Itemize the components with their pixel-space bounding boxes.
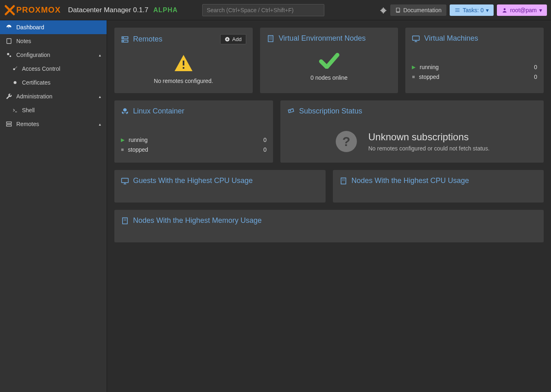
lxc-stopped-row: ■ stopped 0 [121,145,267,155]
vm-stopped-count: 0 [534,74,537,80]
sidebar-item-certificates[interactable]: Certificates [0,76,107,89]
svg-rect-14 [183,67,184,69]
sidebar-item-dashboard[interactable]: Dashboard [0,20,107,34]
tasks-button[interactable]: Tasks: 0 ▾ [450,4,494,16]
sidebar: Dashboard Notes Configuration ▴ Access C… [0,20,107,392]
svg-rect-19 [341,178,346,184]
svg-rect-16 [413,36,420,40]
svg-rect-6 [7,122,11,124]
chevron-up-icon: ▴ [99,94,101,99]
building-icon [121,217,129,225]
logo[interactable]: PROXMOX [4,4,61,16]
svg-point-4 [13,68,15,70]
card-nodes-cpu: Nodes With the Highest CPU Usage [333,170,544,203]
user-icon [502,7,507,13]
alpha-tag: ALPHA [153,7,178,14]
sidebar-item-label: Certificates [22,79,50,86]
stop-icon: ■ [412,74,415,80]
sidebar-item-shell[interactable]: Shell [0,103,107,117]
card-linux-container: Linux Container ▶ running 0 ■ s [114,100,273,163]
sidebar-item-configuration[interactable]: Configuration ▴ [0,48,107,62]
card-guests-cpu: Guests With the Highest CPU Usage [114,170,326,203]
search-input[interactable] [202,4,324,16]
svg-rect-13 [183,61,184,65]
card-title-text: Linux Container [133,107,184,115]
vm-running-count: 0 [534,64,537,70]
terminal-icon [12,107,18,113]
sidebar-item-label: Dashboard [16,24,44,30]
card-subscription-status: Subscription Status ? Unknown subscripti… [280,100,544,163]
svg-rect-20 [122,218,127,224]
svg-point-10 [123,37,124,38]
card-title-text: Remotes [133,35,162,44]
add-remote-button[interactable]: Add [220,34,246,44]
lxc-running-row: ▶ running 0 [121,135,267,145]
play-icon: ▶ [121,137,125,143]
key-icon [12,66,18,72]
documentation-label: Documentation [403,7,442,13]
monitor-icon [412,35,420,43]
chevron-down-icon: ▾ [486,7,489,13]
user-label: root@pam [510,7,537,13]
wrench-icon [6,93,12,100]
documentation-button[interactable]: Documentation [390,4,446,16]
svg-point-3 [9,55,11,57]
chevron-down-icon: ▾ [539,7,542,13]
gears-icon [6,52,12,58]
svg-point-0 [504,8,506,10]
logo-icon [4,4,15,16]
search-box [202,4,324,16]
svg-rect-7 [7,124,11,126]
monitor-icon [121,177,129,185]
building-icon [267,35,275,43]
sidebar-item-administration[interactable]: Administration ▴ [0,89,107,103]
card-title-text: Nodes With the Highest Memory Usage [133,216,262,225]
warning-icon [173,54,194,72]
svg-point-17 [290,110,291,111]
chevron-up-icon: ▴ [99,53,101,57]
subscription-detail: No remotes configured or could not fetch… [368,145,490,152]
server-icon [121,35,129,44]
remotes-empty-text: No remotes configured. [154,78,213,84]
note-icon [6,38,12,44]
card-title-text: Guests With the Highest CPU Usage [133,176,253,185]
puzzle-icon[interactable] [380,7,387,14]
subscription-heading: Unknown subscriptions [368,131,490,143]
sidebar-item-label: Remotes [16,121,39,127]
sidebar-item-label: Administration [16,93,52,100]
lxc-stopped-label: stopped [128,146,148,153]
play-icon: ▶ [412,64,415,70]
sidebar-item-access-control[interactable]: Access Control [0,62,107,76]
certificate-icon [12,80,18,85]
ticket-icon [287,107,295,115]
card-remotes: Remotes Add No remotes configured. [114,28,253,93]
svg-rect-18 [122,178,129,183]
card-title-text: Virtual Machines [424,34,478,43]
check-icon [319,52,339,69]
card-ve-nodes: Virtual Environment Nodes 0 nodes online [260,28,398,93]
sidebar-item-label: Shell [22,107,35,113]
svg-rect-15 [268,35,273,41]
plus-circle-icon [225,37,230,42]
nodes-online-text: 0 nodes online [310,74,348,81]
lxc-stopped-count: 0 [263,146,267,153]
vm-running-row: ▶ running 0 [412,62,537,72]
sidebar-item-label: Access Control [22,65,60,72]
svg-point-11 [123,41,124,41]
svg-point-2 [7,53,9,55]
top-bar: PROXMOX Datacenter Manager 0.1.7 ALPHA D… [0,0,551,20]
add-button-label: Add [232,36,242,42]
card-nodes-memory: Nodes With the Highest Memory Usage [114,210,544,242]
card-title-text: Virtual Environment Nodes [279,34,366,43]
user-button[interactable]: root@pam ▾ [497,4,547,16]
card-title-text: Nodes With the Highest CPU Usage [352,176,469,185]
sidebar-item-remotes[interactable]: Remotes ▴ [0,117,107,131]
content-area: Remotes Add No remotes configured. [107,20,551,392]
sidebar-item-label: Configuration [16,52,50,58]
lxc-running-label: running [129,137,148,143]
sidebar-item-notes[interactable]: Notes [0,34,107,48]
building-icon [339,177,348,185]
vm-stopped-row: ■ stopped 0 [412,72,537,82]
vm-stopped-label: stopped [419,74,439,80]
svg-rect-1 [7,39,11,44]
